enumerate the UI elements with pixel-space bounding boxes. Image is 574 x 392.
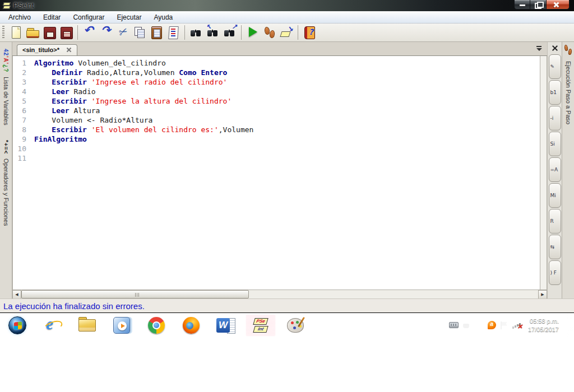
- code-editor[interactable]: 1Algoritmo Volumen_del_cilindro2 Definir…: [12, 56, 540, 290]
- toolbar-separator: [184, 25, 185, 40]
- editor-horizontal-scrollbar[interactable]: ◀ ▶: [12, 290, 547, 298]
- media-player-icon: [113, 317, 130, 334]
- undo-icon: [82, 25, 96, 40]
- step-execution-button[interactable]: [261, 24, 278, 41]
- function-block-button[interactable]: ) F: [549, 260, 561, 285]
- show-desktop-button[interactable]: [567, 313, 573, 338]
- copy-button[interactable]: [131, 24, 148, 41]
- write-block-button[interactable]: -i: [549, 106, 561, 130]
- menu-configurar[interactable]: Configurar: [67, 12, 110, 23]
- undo-button[interactable]: [81, 24, 98, 41]
- toolbar-separator: [77, 25, 78, 40]
- close-button[interactable]: [546, 0, 570, 10]
- window-controls: [514, 0, 570, 10]
- pseint-app-icon: [2, 2, 10, 10]
- menu-editar[interactable]: Editar: [37, 12, 67, 23]
- scrollbar-thumb[interactable]: [21, 290, 249, 298]
- panel-tab-ejecucion-paso-a-paso[interactable]: Ejecución Paso a Paso: [564, 44, 573, 124]
- indent-document-button[interactable]: [165, 24, 182, 41]
- new-file-button[interactable]: [7, 24, 24, 41]
- keyboard-icon[interactable]: [449, 322, 459, 328]
- find-previous-button[interactable]: [205, 24, 221, 41]
- panel-tab-operadores-y-funciones[interactable]: *+=< Operadores y Funciones: [3, 140, 10, 226]
- repeat-block-button[interactable]: R: [549, 209, 561, 234]
- menu-archivo[interactable]: Archivo: [2, 12, 37, 23]
- menu-ayuda[interactable]: Ayuda: [147, 12, 179, 23]
- footsteps-icon: [564, 44, 573, 57]
- paste-button[interactable]: [148, 24, 165, 41]
- redo-button[interactable]: [98, 24, 114, 41]
- power-plug-icon[interactable]: [463, 321, 470, 329]
- editor-area: <sin_titulo>* 1Algoritmo Volumen_del_cil…: [12, 42, 547, 298]
- action-center-flag-icon[interactable]: [501, 321, 508, 329]
- taskbar-windows-explorer[interactable]: [72, 314, 102, 337]
- help-button[interactable]: [301, 24, 318, 41]
- status-bar: La ejecución ha finalizado sin errores.: [0, 298, 574, 312]
- taskbar-paint-palette[interactable]: [280, 314, 311, 337]
- minimize-button[interactable]: [514, 0, 530, 10]
- save-all-button[interactable]: [58, 24, 75, 41]
- scroll-left-arrow[interactable]: ◀: [12, 290, 21, 299]
- taskbar-start-button[interactable]: [2, 314, 33, 337]
- firefox-icon: [183, 317, 200, 334]
- code-line-9: 9FinAlgoritmo: [13, 134, 540, 144]
- taskbar-media-player[interactable]: [107, 314, 137, 337]
- line-number: 7: [13, 115, 34, 125]
- paint-palette-icon: [287, 318, 304, 333]
- line-number: 10: [13, 144, 34, 153]
- clock-date: 17/05/2017: [528, 325, 559, 333]
- restore-button[interactable]: [530, 0, 546, 10]
- internet-explorer-icon: [43, 316, 61, 334]
- assign-block-button[interactable]: ✎: [549, 54, 561, 79]
- run-button[interactable]: [244, 24, 261, 41]
- while-block-icon: Mi: [550, 193, 556, 198]
- avast-icon[interactable]: [488, 321, 496, 329]
- editor-vertical-scrollbar[interactable]: [540, 56, 547, 290]
- for-block-icon: ⇆: [550, 244, 555, 250]
- if-block-button[interactable]: Si: [549, 132, 561, 156]
- draw-flowchart-icon: [279, 25, 294, 40]
- assign-block-icon: ✎: [550, 64, 555, 69]
- editor-tab-bar: <sin_titulo>*: [12, 42, 547, 55]
- code-text: [34, 153, 39, 163]
- code-text: Escribir 'Ingrese la altura del cilindro…: [34, 96, 232, 106]
- taskbar-pseint[interactable]: [246, 314, 276, 337]
- taskbar-internet-explorer[interactable]: [37, 314, 67, 337]
- taskbar-firefox[interactable]: [176, 314, 206, 337]
- draw-flowchart-button[interactable]: [278, 24, 295, 41]
- scroll-right-arrow[interactable]: ▶: [538, 290, 547, 299]
- for-block-button[interactable]: ⇆: [549, 235, 561, 259]
- volume-icon[interactable]: [474, 321, 483, 329]
- cut-button[interactable]: [114, 24, 131, 41]
- tab-close-icon[interactable]: [66, 47, 72, 53]
- read-block-button[interactable]: b1: [549, 80, 561, 105]
- open-file-button[interactable]: [24, 24, 41, 41]
- tab-sin-titulo[interactable]: <sin_titulo>*: [17, 44, 77, 55]
- system-clock[interactable]: 05:58 p.m. 17/05/2017: [528, 317, 559, 333]
- line-number: 5: [13, 96, 34, 106]
- panel-close-icon[interactable]: [552, 45, 558, 52]
- menu-ejecutar[interactable]: Ejecutar: [110, 12, 147, 23]
- taskbar-chrome[interactable]: [141, 314, 172, 337]
- right-dock: Ejecución Paso a Paso: [562, 42, 574, 298]
- network-error-icon[interactable]: [512, 321, 521, 329]
- scrollbar-track[interactable]: [21, 290, 538, 299]
- tab-list-dropdown-icon[interactable]: [536, 46, 543, 52]
- while-block-button[interactable]: Mi: [549, 183, 561, 208]
- menu-bar: ArchivoEditarConfigurarEjecutarAyuda: [0, 11, 574, 24]
- panel-tab-lista-de-variables[interactable]: 42'A'¿? Lista de Variables: [3, 49, 10, 125]
- windows-explorer-icon: [78, 319, 95, 332]
- language-indicator[interactable]: ES: [436, 322, 445, 329]
- toolbar-grip[interactable]: [2, 26, 4, 39]
- switch-block-button[interactable]: =A: [549, 157, 561, 182]
- tab-label: <sin_titulo>*: [22, 46, 59, 53]
- find-next-button[interactable]: [221, 24, 238, 41]
- save-file-button[interactable]: [41, 24, 58, 41]
- code-line-6: 6 Leer Altura: [13, 106, 540, 115]
- taskbar-word[interactable]: [211, 314, 241, 337]
- find-previous-icon: [206, 25, 220, 40]
- line-number: 3: [13, 77, 34, 87]
- find-icon: [189, 25, 203, 40]
- find-button[interactable]: [188, 24, 205, 41]
- line-number: 6: [13, 106, 34, 115]
